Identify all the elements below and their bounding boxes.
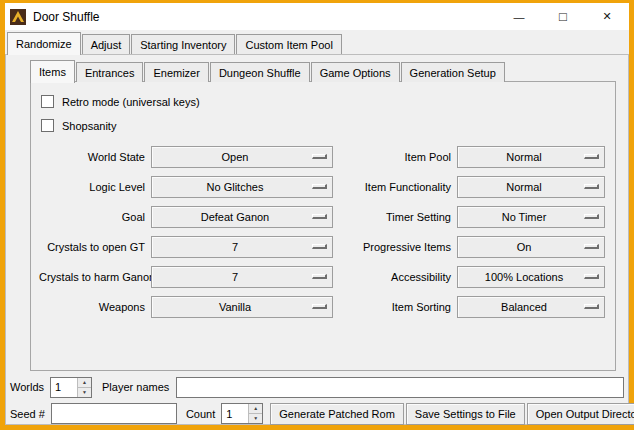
dropdown-progressive-items[interactable]: On	[457, 236, 605, 258]
dropdown-indicator-icon	[312, 214, 327, 219]
tab-dungeon-shuffle[interactable]: Dungeon Shuffle	[210, 62, 310, 82]
checkbox-icon	[41, 95, 54, 108]
items-pane: Retro mode (universal keys) Shopsanity W…	[30, 81, 616, 371]
dropdown-item-pool[interactable]: Normal	[457, 146, 605, 168]
tab-adjust[interactable]: Adjust	[82, 34, 131, 54]
seed-label: Seed #	[10, 408, 45, 420]
dropdown-logic-level[interactable]: No Glitches	[151, 176, 333, 198]
dropdown-accessibility[interactable]: 100% Locations	[457, 266, 605, 288]
label-crystals-harm-ganon: Crystals to harm Ganon	[39, 271, 145, 283]
tab-enemizer[interactable]: Enemizer	[144, 62, 208, 82]
dropdown-indicator-icon	[584, 214, 599, 219]
dropdown-weapons[interactable]: Vanilla	[151, 296, 333, 318]
spin-up-icon[interactable]: ▲	[78, 378, 91, 387]
count-spinbox[interactable]: 1 ▲ ▼	[221, 403, 263, 424]
dropdown-value: 7	[152, 241, 332, 253]
dropdown-crystals-open-gt[interactable]: 7	[151, 236, 333, 258]
dropdown-indicator-icon	[584, 154, 599, 159]
player-names-input[interactable]	[176, 377, 624, 398]
close-icon[interactable]: ✕	[585, 3, 629, 30]
dropdown-indicator-icon	[584, 274, 599, 279]
shopsanity-checkbox[interactable]: Shopsanity	[41, 115, 607, 136]
window-content: Randomize Adjust Starting Inventory Cust…	[5, 30, 629, 425]
seed-input[interactable]	[51, 403, 177, 424]
dropdown-item-sorting[interactable]: Balanced	[457, 296, 605, 318]
worlds-spinbox[interactable]: 1 ▲ ▼	[50, 377, 92, 398]
dropdown-value: Normal	[458, 151, 604, 163]
dropdown-value: 7	[152, 271, 332, 283]
spin-down-icon[interactable]: ▼	[249, 413, 262, 423]
label-item-pool: Item Pool	[339, 151, 451, 163]
dropdown-value: Defeat Ganon	[152, 211, 332, 223]
dropdown-value: No Glitches	[152, 181, 332, 193]
tab-starting-inventory[interactable]: Starting Inventory	[131, 34, 235, 54]
spin-arrows: ▲ ▼	[248, 404, 262, 423]
label-logic-level: Logic Level	[39, 181, 145, 193]
dropdown-timer-setting[interactable]: No Timer	[457, 206, 605, 228]
tab-entrances[interactable]: Entrances	[76, 62, 144, 82]
label-timer-setting: Timer Setting	[339, 211, 451, 223]
save-settings-button[interactable]: Save Settings to File	[406, 403, 525, 425]
checkbox-label: Retro mode (universal keys)	[62, 96, 200, 108]
app-window: Door Shuffle — □ ✕ Randomize Adjust Star…	[0, 0, 634, 430]
dropdown-value: No Timer	[458, 211, 604, 223]
tab-game-options[interactable]: Game Options	[311, 62, 400, 82]
checkbox-label: Shopsanity	[62, 120, 116, 132]
dropdown-indicator-icon	[312, 244, 327, 249]
maximize-icon[interactable]: □	[541, 3, 585, 30]
inner-tabbar: Items Entrances Enemizer Dungeon Shuffle…	[30, 58, 616, 82]
dropdown-item-functionality[interactable]: Normal	[457, 176, 605, 198]
window-controls: — □ ✕	[497, 3, 629, 30]
tab-randomize[interactable]: Randomize	[7, 32, 81, 55]
worlds-label: Worlds	[10, 381, 44, 393]
label-progressive-items: Progressive Items	[339, 241, 451, 253]
minimize-icon[interactable]: —	[497, 3, 541, 30]
settings-grid: World State Open Item Pool Normal Logic …	[39, 146, 605, 318]
count-label: Count	[186, 408, 215, 420]
tab-items[interactable]: Items	[30, 60, 75, 83]
spin-arrows: ▲ ▼	[77, 378, 91, 397]
checkbox-icon	[41, 119, 54, 132]
label-accessibility: Accessibility	[339, 271, 451, 283]
label-weapons: Weapons	[39, 301, 145, 313]
dropdown-indicator-icon	[312, 304, 327, 309]
label-crystals-open-gt: Crystals to open GT	[39, 241, 145, 253]
label-item-sorting: Item Sorting	[339, 301, 451, 313]
player-names-label: Player names	[102, 381, 169, 393]
app-icon[interactable]	[10, 9, 26, 25]
count-value: 1	[222, 404, 248, 423]
randomize-pane: Items Entrances Enemizer Dungeon Shuffle…	[5, 54, 629, 425]
dropdown-indicator-icon	[584, 184, 599, 189]
dropdown-indicator-icon	[584, 244, 599, 249]
dropdown-indicator-icon	[312, 274, 327, 279]
dropdown-value: Normal	[458, 181, 604, 193]
dropdown-goal[interactable]: Defeat Ganon	[151, 206, 333, 228]
dropdown-value: 100% Locations	[458, 271, 604, 283]
dropdown-value: Balanced	[458, 301, 604, 313]
open-output-directory-button[interactable]: Open Output Directory	[527, 403, 634, 425]
spin-down-icon[interactable]: ▼	[78, 387, 91, 397]
generate-patched-rom-button[interactable]: Generate Patched Rom	[270, 403, 404, 425]
dropdown-value: Open	[152, 151, 332, 163]
label-goal: Goal	[39, 211, 145, 223]
tab-generation-setup[interactable]: Generation Setup	[401, 62, 505, 82]
label-item-functionality: Item Functionality	[339, 181, 451, 193]
dropdown-indicator-icon	[584, 304, 599, 309]
tab-custom-item-pool[interactable]: Custom Item Pool	[236, 34, 341, 54]
dropdown-indicator-icon	[312, 154, 327, 159]
dropdown-crystals-harm-ganon[interactable]: 7	[151, 266, 333, 288]
worlds-row: Worlds 1 ▲ ▼ Player names	[10, 376, 624, 398]
outer-tabbar: Randomize Adjust Starting Inventory Cust…	[5, 30, 629, 54]
window-title: Door Shuffle	[33, 10, 100, 24]
spin-up-icon[interactable]: ▲	[249, 404, 262, 413]
label-world-state: World State	[39, 151, 145, 163]
dropdown-value: Vanilla	[152, 301, 332, 313]
dropdown-indicator-icon	[312, 184, 327, 189]
dropdown-world-state[interactable]: Open	[151, 146, 333, 168]
seed-row: Seed # Count 1 ▲ ▼ Generate Patched Rom …	[10, 402, 625, 425]
dropdown-value: On	[458, 241, 604, 253]
titlebar: Door Shuffle — □ ✕	[5, 3, 629, 30]
retro-mode-checkbox[interactable]: Retro mode (universal keys)	[41, 91, 607, 112]
worlds-value: 1	[51, 378, 77, 397]
